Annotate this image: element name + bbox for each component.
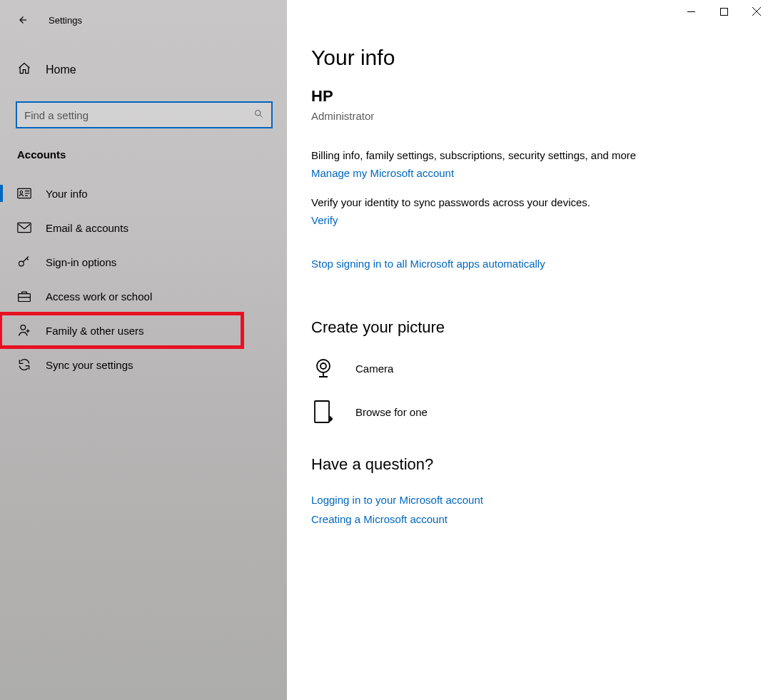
manage-account-link[interactable]: Manage my Microsoft account (311, 167, 454, 179)
minimize-button[interactable] (675, 0, 707, 23)
svg-rect-7 (720, 8, 727, 15)
nav-list: Your info Email & accounts Sign-in optio… (0, 176, 287, 382)
home-icon (17, 61, 31, 78)
app-title: Settings (49, 15, 82, 26)
sidebar-item-signin-options[interactable]: Sign-in options (0, 245, 287, 279)
stop-signin-link[interactable]: Stop signing in to all Microsoft apps au… (311, 258, 545, 270)
verify-text: Verify your identity to sync passwords a… (311, 196, 711, 208)
sidebar-item-label: Your info (46, 188, 88, 200)
sidebar-item-label: Family & other users (46, 325, 144, 337)
sidebar: Settings Home Accounts Your info Email &… (0, 0, 287, 700)
svg-point-6 (21, 325, 26, 330)
help-link-login[interactable]: Logging in to your Microsoft account (311, 494, 773, 506)
camera-icon (311, 357, 335, 380)
svg-point-11 (330, 418, 332, 420)
svg-point-4 (19, 261, 24, 266)
maximize-button[interactable] (707, 0, 740, 23)
search-box[interactable] (16, 101, 273, 128)
user-role: Administrator (311, 110, 773, 122)
sidebar-item-email-accounts[interactable]: Email & accounts (0, 210, 287, 245)
sidebar-item-access-work-school[interactable]: Access work or school (0, 279, 287, 313)
mail-icon (17, 222, 31, 233)
home-label: Home (46, 64, 76, 76)
page-title: Your info (311, 46, 773, 70)
user-name: HP (311, 87, 773, 106)
search-wrap (16, 101, 273, 128)
back-arrow-icon[interactable] (16, 14, 29, 26)
browse-label: Browse for one (355, 406, 428, 418)
svg-point-0 (256, 111, 261, 116)
close-button[interactable] (740, 0, 773, 23)
sync-icon (17, 357, 31, 372)
sidebar-item-label: Email & accounts (46, 222, 128, 234)
main-content: Your info HP Administrator Billing info,… (287, 0, 773, 700)
svg-point-8 (317, 360, 330, 372)
browse-icon (311, 400, 335, 424)
help-links: Logging in to your Microsoft account Cre… (311, 494, 773, 525)
sidebar-item-label: Sign-in options (46, 256, 116, 268)
svg-rect-3 (18, 223, 31, 232)
sidebar-section-header: Accounts (0, 128, 287, 165)
sidebar-home[interactable]: Home (0, 51, 287, 88)
verify-link[interactable]: Verify (311, 214, 338, 226)
sidebar-item-label: Access work or school (46, 290, 152, 303)
camera-option[interactable]: Camera (311, 357, 773, 380)
search-input[interactable] (24, 109, 253, 121)
titlebar: Settings (0, 6, 287, 34)
create-picture-heading: Create your picture (311, 318, 773, 337)
user-card-icon (17, 188, 31, 199)
sidebar-item-sync-settings[interactable]: Sync your settings (0, 348, 287, 382)
sidebar-item-label: Sync your settings (46, 359, 133, 371)
svg-rect-10 (315, 401, 329, 422)
sidebar-item-family-other-users[interactable]: Family & other users (0, 313, 243, 348)
billing-text: Billing info, family settings, subscript… (311, 149, 711, 161)
window-controls (675, 0, 773, 23)
search-icon (253, 108, 264, 121)
person-add-icon (17, 323, 31, 338)
sidebar-item-your-info[interactable]: Your info (0, 176, 287, 210)
svg-point-9 (320, 363, 326, 369)
help-link-create[interactable]: Creating a Microsoft account (311, 513, 773, 525)
svg-point-2 (20, 191, 23, 194)
browse-option[interactable]: Browse for one (311, 400, 773, 424)
camera-label: Camera (355, 362, 393, 375)
question-heading: Have a question? (311, 455, 773, 474)
briefcase-icon (17, 290, 31, 303)
key-icon (17, 255, 31, 269)
